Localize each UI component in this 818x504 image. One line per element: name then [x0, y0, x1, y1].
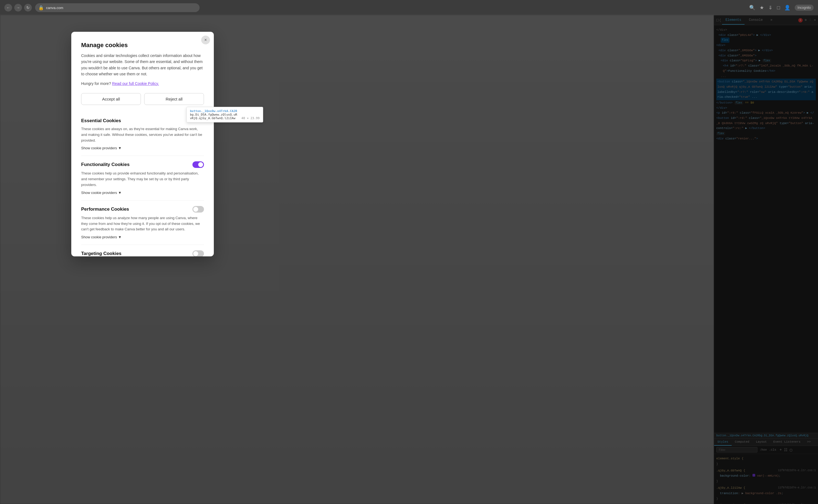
reject-all-button[interactable]: Reject all	[144, 93, 204, 105]
performance-toggle[interactable]	[192, 206, 204, 213]
reload-button[interactable]: ↻	[24, 4, 32, 12]
browser-actions: 🔍 ★ ⇓ □ 👤 Incognito	[749, 5, 814, 11]
performance-toggle-slider	[192, 206, 204, 213]
cookie-policy-text: Hungry for more? Read our full Cookie Po…	[81, 81, 204, 87]
window-icon[interactable]: □	[777, 5, 780, 11]
functionality-toggle-slider	[192, 161, 204, 168]
performance-section-desc: These cookies help us analyze how many p…	[81, 215, 204, 232]
chevron-down-icon: ▼	[118, 235, 122, 239]
functionality-section-header: Functionality Cookies	[81, 161, 204, 168]
targeting-section-header: Targeting Cookies	[81, 250, 204, 256]
cookie-modal: × Manage cookies Cookies and similar tec…	[71, 32, 214, 256]
modal-title: Manage cookies	[81, 42, 204, 49]
avatar-icon[interactable]: 👤	[784, 5, 790, 11]
essential-cookies-section: Essential Cookies These cookies are alwa…	[81, 113, 204, 156]
browser-chrome: ← → ↻ 🔒 canva.com 🔍 ★ ⇓ □ 👤 Incognito	[0, 0, 818, 15]
functionality-section-title: Functionality Cookies	[81, 162, 130, 167]
performance-section-title: Performance Cookies	[81, 207, 129, 212]
targeting-toggle-slider	[192, 250, 204, 256]
modal-overlay[interactable]: × Manage cookies Cookies and similar tec…	[0, 15, 818, 504]
address-bar[interactable]: 🔒 canva.com	[35, 3, 199, 12]
essential-section-header: Essential Cookies	[81, 118, 204, 124]
performance-cookies-section: Performance Cookies These cookies help u…	[81, 201, 204, 245]
chevron-down-icon: ▼	[118, 191, 122, 195]
url-display: canva.com	[46, 6, 63, 10]
modal-description: Cookies and similar technologies collect…	[81, 53, 204, 77]
functionality-section-desc: These cookies help us provide enhanced f…	[81, 171, 204, 188]
search-icon[interactable]: 🔍	[749, 5, 755, 11]
functionality-show-providers-button[interactable]: Show cookie providers ▼	[81, 191, 122, 195]
essential-section-desc: These cookies are always on, as they're …	[81, 126, 204, 143]
modal-close-button[interactable]: ×	[201, 36, 210, 44]
performance-section-header: Performance Cookies	[81, 206, 204, 213]
functionality-cookies-section: Functionality Cookies These cookies help…	[81, 156, 204, 200]
back-button[interactable]: ←	[4, 4, 12, 12]
targeting-section-title: Targeting Cookies	[81, 251, 121, 256]
star-icon[interactable]: ★	[760, 5, 764, 11]
chevron-down-icon: ▼	[118, 146, 122, 150]
tooltip-element-name: button._1QoxDw.o4TrkA.CA2R	[190, 109, 237, 113]
cookie-policy-link[interactable]: Read our full Cookie Policy.	[112, 81, 159, 86]
lock-icon: 🔒	[38, 5, 44, 10]
functionality-toggle[interactable]	[192, 161, 204, 168]
performance-show-providers-button[interactable]: Show cookie providers ▼	[81, 235, 122, 239]
download-icon[interactable]: ⇓	[768, 5, 773, 11]
essential-section-title: Essential Cookies	[81, 118, 121, 124]
close-icon: ×	[204, 38, 207, 42]
essential-show-providers-button[interactable]: Show cookie providers ▼	[81, 146, 122, 150]
forward-button[interactable]: →	[14, 4, 22, 12]
targeting-cookies-section: Targeting Cookies These cookies are set …	[81, 245, 204, 256]
browser-nav-buttons: ← → ↻	[4, 4, 32, 12]
tooltip-class2: bg.Di_DSA.fgQwew.zQlusQ.uR	[190, 113, 237, 116]
targeting-toggle[interactable]	[192, 250, 204, 256]
incognito-badge: Incognito	[795, 5, 814, 11]
tooltip-size: 40 × 23.99	[242, 116, 260, 120]
element-tooltip: button._1QoxDw.o4TrkA.CA2R bg.Di_DSA.fgQ…	[186, 107, 263, 122]
tooltip-class3: vRjQ.qjGy_A.GbTwnQ.l2iIAw	[190, 116, 236, 120]
modal-action-row: Accept all Reject all	[81, 93, 204, 105]
accept-all-button[interactable]: Accept all	[81, 93, 141, 105]
